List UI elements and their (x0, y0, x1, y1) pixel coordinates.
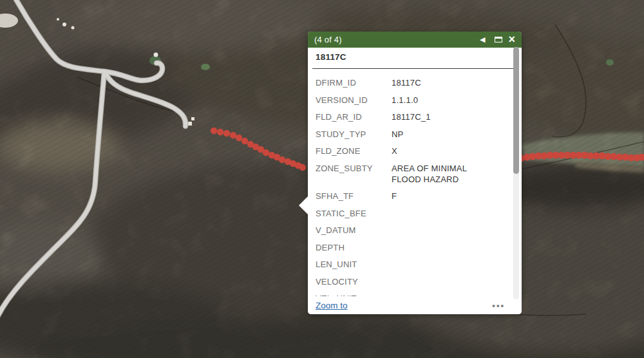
attribute-value: F (392, 191, 497, 202)
attribute-row: STATIC_BFE (316, 208, 510, 219)
popup-title: 18117C (316, 52, 346, 62)
attribute-value (392, 259, 497, 270)
maximize-icon[interactable] (495, 37, 502, 42)
attribute-row: STUDY_TYP NP (316, 129, 510, 140)
title-divider (312, 68, 517, 69)
feature-popup: (4 of 4) ◀ × 18117C DFIRM_ID 18117C VERS… (308, 32, 522, 314)
attribute-label: DEPTH (316, 242, 392, 253)
more-options-icon[interactable]: ••• (492, 301, 514, 310)
attribute-table: DFIRM_ID 18117C VERSION_ID 1.1.1.0 FLD_A… (316, 77, 510, 299)
attribute-row: V_DATUM (316, 225, 510, 236)
popup-pager: (4 of 4) (308, 35, 342, 44)
attribute-value (392, 225, 497, 236)
attribute-value: 18117C (392, 77, 497, 88)
attribute-value: AREA OF MINIMAL FLOOD HAZARD (392, 163, 497, 185)
attribute-value (392, 276, 497, 287)
popup-footer: Zoom to ••• (308, 296, 522, 314)
attribute-label: LEN_UNIT (316, 259, 392, 270)
attribute-label: STATIC_BFE (316, 208, 392, 219)
attribute-row: SFHA_TF F (316, 191, 510, 202)
attribute-row: LEN_UNIT (316, 259, 510, 270)
popup-header: (4 of 4) ◀ × (308, 32, 522, 48)
attribute-label: STUDY_TYP (316, 129, 392, 140)
zoom-to-link[interactable]: Zoom to (316, 301, 348, 310)
attribute-row: DEPTH (316, 242, 510, 253)
popup-scrollbar[interactable] (513, 47, 519, 299)
attribute-value: 1.1.1.0 (392, 95, 497, 106)
attribute-label: FLD_AR_ID (316, 111, 392, 122)
attribute-value: 18117C_1 (392, 111, 497, 122)
attribute-row: ZONE_SUBTY AREA OF MINIMAL FLOOD HAZARD (316, 163, 510, 185)
attribute-value (392, 208, 497, 219)
popup-header-buttons: ◀ × (480, 32, 515, 48)
attribute-value: X (392, 146, 497, 156)
attribute-label: VERSION_ID (316, 95, 392, 106)
attribute-row: FLD_AR_ID 18117C_1 (316, 111, 510, 122)
attribute-label: DFIRM_ID (316, 77, 392, 88)
close-icon[interactable]: × (508, 33, 515, 45)
attribute-row: DFIRM_ID 18117C (316, 77, 510, 88)
popup-scrollbar-thumb[interactable] (513, 47, 519, 174)
attribute-label: V_DATUM (316, 225, 392, 236)
attribute-value: NP (392, 129, 497, 140)
attribute-label: SFHA_TF (316, 191, 392, 202)
attribute-row: FLD_ZONE X (316, 146, 510, 156)
attribute-label: ZONE_SUBTY (316, 163, 392, 185)
attribute-row: VELOCITY (316, 276, 510, 287)
attribute-label: FLD_ZONE (316, 146, 392, 156)
popup-pointer (299, 196, 308, 215)
attribute-value (392, 242, 497, 253)
previous-feature-button[interactable]: ◀ (480, 36, 485, 43)
attribute-row: VERSION_ID 1.1.1.0 (316, 95, 510, 106)
attribute-label: VELOCITY (316, 276, 392, 287)
